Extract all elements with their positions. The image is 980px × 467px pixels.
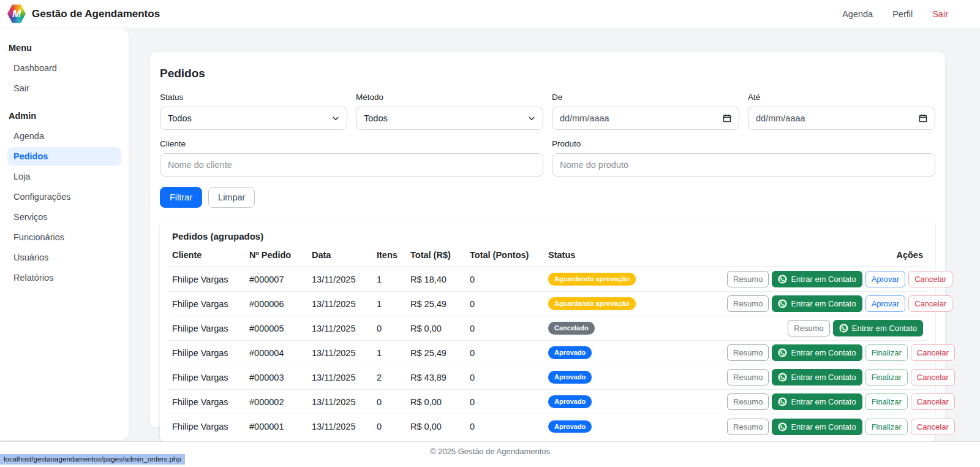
browser-status-bar: localhost/gestaoagendamentos/pages/admin… xyxy=(0,454,185,465)
table-row: Fhilipe Vargas#00000713/11/20251R$ 18,40… xyxy=(168,267,927,292)
date-to-placeholder: dd/mm/aaaa xyxy=(756,113,805,123)
cell-total: R$ 18,40 xyxy=(410,275,470,284)
sidebar-item-configuracoes[interactable]: Configurações xyxy=(7,188,121,206)
table-row: Fhilipe Vargas#00000113/11/20250R$ 0,000… xyxy=(168,414,927,439)
button-label: Aprovar xyxy=(872,275,900,284)
entrar-em-contato-button[interactable]: Entrar em Contato xyxy=(772,419,862,435)
sidebar-item-dashboard[interactable]: Dashboard xyxy=(7,59,121,77)
sidebar-item-servicos[interactable]: Serviços xyxy=(7,208,121,226)
sidebar-item-agenda[interactable]: Agenda xyxy=(7,127,121,145)
cell-status: Aprovado xyxy=(548,395,727,408)
cell-itens: 0 xyxy=(377,422,410,431)
cell-cliente: Fhilipe Vargas xyxy=(172,397,249,407)
date-to-field: Até dd/mm/aaaa xyxy=(748,93,935,130)
cancelar-button[interactable]: Cancelar xyxy=(911,369,955,385)
entrar-em-contato-button[interactable]: Entrar em Contato xyxy=(833,320,923,336)
cell-status: Cancelado xyxy=(548,322,727,334)
client-name-input[interactable]: Nome do cliente xyxy=(160,153,543,177)
cell-actions: ResumoEntrar em ContatoAprovarCancelar xyxy=(727,271,952,287)
nav-link-perfil[interactable]: Perfil xyxy=(892,9,913,19)
cell-pontos: 0 xyxy=(470,275,548,284)
cell-itens: 0 xyxy=(377,397,410,407)
cell-cliente: Fhilipe Vargas xyxy=(172,373,249,382)
whatsapp-icon xyxy=(778,397,787,406)
entrar-em-contato-button[interactable]: Entrar em Contato xyxy=(772,369,862,385)
filtrar-button[interactable]: Filtrar xyxy=(160,187,202,208)
aprovar-button[interactable]: Aprovar xyxy=(865,295,906,312)
date-to-input[interactable]: dd/mm/aaaa xyxy=(748,107,935,130)
metodo-select[interactable]: Todos xyxy=(356,107,543,130)
cell-pedido: #000004 xyxy=(249,348,312,358)
cell-pedido: #000006 xyxy=(249,299,312,309)
sidebar-item-funcionarios[interactable]: Funcionários xyxy=(7,228,121,246)
table-title: Pedidos (agrupados) xyxy=(172,231,927,241)
entrar-em-contato-button[interactable]: Entrar em Contato xyxy=(772,344,862,361)
sidebar-item-pedidos[interactable]: Pedidos xyxy=(7,147,121,165)
finalizar-button[interactable]: Finalizar xyxy=(865,419,908,435)
nav-link-agenda[interactable]: Agenda xyxy=(842,9,873,19)
sidebar-section-menu: MenuDashboardSair xyxy=(7,43,121,97)
cell-actions: ResumoEntrar em ContatoFinalizarCancelar xyxy=(727,344,955,361)
cancelar-button[interactable]: Cancelar xyxy=(908,271,952,287)
date-from-input[interactable]: dd/mm/aaaa xyxy=(552,107,739,130)
app-logo-icon: M xyxy=(7,4,26,24)
column-header-total-pontos: Total (Pontos) xyxy=(470,250,548,260)
sidebar-item-sair[interactable]: Sair xyxy=(7,79,121,97)
entrar-em-contato-button[interactable]: Entrar em Contato xyxy=(772,393,862,410)
limpar-button[interactable]: Limpar xyxy=(208,187,255,208)
whatsapp-icon xyxy=(778,373,787,382)
resumo-button[interactable]: Resumo xyxy=(727,393,769,410)
cell-status: Aprovado xyxy=(548,420,727,433)
cell-status: Aguardando aprovação xyxy=(548,297,727,309)
finalizar-button[interactable]: Finalizar xyxy=(865,344,908,361)
entrar-em-contato-button[interactable]: Entrar em Contato xyxy=(772,271,862,287)
status-badge: Aguardando aprovação xyxy=(548,273,636,285)
whatsapp-icon xyxy=(778,422,787,431)
resumo-button[interactable]: Resumo xyxy=(727,344,769,361)
cancelar-button[interactable]: Cancelar xyxy=(911,344,955,361)
cell-total: R$ 25,49 xyxy=(410,348,470,358)
cell-total: R$ 0,00 xyxy=(410,422,470,431)
resumo-button[interactable]: Resumo xyxy=(727,271,769,287)
finalizar-button[interactable]: Finalizar xyxy=(865,393,908,410)
cell-actions: ResumoEntrar em ContatoFinalizarCancelar xyxy=(727,393,955,410)
nav-link-sair[interactable]: Sair xyxy=(932,9,948,19)
cell-total: R$ 0,00 xyxy=(410,397,470,407)
resumo-button[interactable]: Resumo xyxy=(727,419,769,435)
entrar-em-contato-button[interactable]: Entrar em Contato xyxy=(772,295,862,312)
cell-pontos: 0 xyxy=(470,373,548,382)
button-label: Resumo xyxy=(733,422,763,431)
cell-data: 13/11/2025 xyxy=(312,422,377,431)
cell-cliente: Fhilipe Vargas xyxy=(172,299,249,309)
app-title: Gestão de Agendamentos xyxy=(32,8,160,20)
button-label: Entrar em Contato xyxy=(791,373,856,382)
calendar-icon[interactable] xyxy=(919,114,927,123)
cancelar-button[interactable]: Cancelar xyxy=(911,419,955,435)
resumo-button[interactable]: Resumo xyxy=(727,295,769,312)
button-label: Entrar em Contato xyxy=(852,324,917,333)
finalizar-button[interactable]: Finalizar xyxy=(865,369,908,385)
status-select[interactable]: Todos xyxy=(160,107,347,130)
cell-pedido: #000001 xyxy=(249,422,312,431)
chevron-down-icon xyxy=(528,115,535,122)
button-label: Resumo xyxy=(733,373,763,382)
metodo-label: Método xyxy=(356,93,543,102)
cancelar-button[interactable]: Cancelar xyxy=(911,393,955,410)
cell-data: 13/11/2025 xyxy=(312,373,377,382)
sidebar-item-loja[interactable]: Loja xyxy=(7,167,121,186)
cell-itens: 1 xyxy=(377,299,410,309)
cell-pontos: 0 xyxy=(470,422,548,431)
calendar-icon[interactable] xyxy=(723,114,731,123)
product-name-input[interactable]: Nome do produto xyxy=(552,153,935,177)
sidebar-item-relatorios[interactable]: Relatórios xyxy=(7,268,121,287)
button-label: Entrar em Contato xyxy=(791,422,856,431)
resumo-button[interactable]: Resumo xyxy=(788,320,829,336)
product-input-placeholder: Nome do produto xyxy=(560,160,628,170)
button-label: Aprovar xyxy=(872,299,900,308)
resumo-button[interactable]: Resumo xyxy=(727,369,769,385)
aprovar-button[interactable]: Aprovar xyxy=(865,271,906,287)
sidebar-item-usuarios[interactable]: Usuários xyxy=(7,248,121,267)
table-row: Fhilipe Vargas#00000613/11/20251R$ 25,49… xyxy=(168,292,927,316)
cancelar-button[interactable]: Cancelar xyxy=(908,295,952,312)
status-badge: Aprovado xyxy=(548,420,592,433)
